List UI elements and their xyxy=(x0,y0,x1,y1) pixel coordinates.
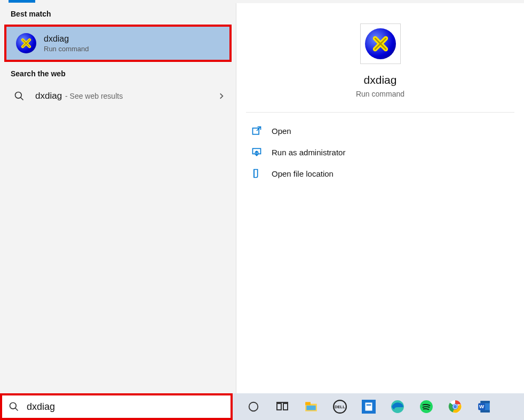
preview-subtitle: Run command xyxy=(356,90,404,98)
svg-rect-9 xyxy=(277,403,281,410)
taskbar-search-box[interactable] xyxy=(0,393,233,420)
dell-icon[interactable]: DELL xyxy=(332,399,348,415)
word-icon[interactable]: W xyxy=(476,399,492,415)
search-icon xyxy=(9,401,19,412)
taskbar: DELL xyxy=(0,393,524,420)
svg-rect-14 xyxy=(306,406,315,410)
edge-icon[interactable] xyxy=(390,399,406,415)
admin-label: Run as administrator xyxy=(272,148,345,157)
svg-rect-18 xyxy=(366,402,372,410)
web-result-suffix: - See web results xyxy=(63,92,123,100)
svg-point-8 xyxy=(249,402,258,411)
preview-icon xyxy=(360,23,401,64)
dxdiag-icon xyxy=(16,33,36,53)
best-match-header: Best match xyxy=(0,3,236,23)
search-results-panel: Best match dxdiag Run command Search the… xyxy=(0,3,236,397)
svg-rect-28 xyxy=(481,410,490,413)
preview-panel: dxdiag Run command Open Run as administr… xyxy=(236,3,524,397)
open-label: Open xyxy=(272,126,291,136)
task-view-icon[interactable] xyxy=(274,399,290,415)
search-input[interactable] xyxy=(27,401,224,413)
best-match-result[interactable]: dxdiag Run command xyxy=(4,25,232,62)
active-tab-indicator xyxy=(9,0,35,3)
file-explorer-icon[interactable] xyxy=(303,399,319,415)
result-title: dxdiag xyxy=(44,34,89,44)
svg-line-1 xyxy=(21,98,23,100)
spotify-icon[interactable] xyxy=(418,399,434,415)
search-web-header: Search the web xyxy=(0,63,236,83)
svg-point-0 xyxy=(15,92,22,99)
open-action[interactable]: Open xyxy=(246,120,514,141)
svg-rect-27 xyxy=(481,401,490,403)
location-label: Open file location xyxy=(272,169,334,178)
app-blue-icon[interactable] xyxy=(361,399,377,415)
svg-rect-10 xyxy=(283,403,288,410)
svg-text:W: W xyxy=(479,403,485,409)
open-file-location-action[interactable]: Open file location xyxy=(246,163,514,184)
svg-point-25 xyxy=(454,405,457,409)
preview-title: dxdiag xyxy=(364,74,397,86)
admin-shield-icon xyxy=(251,147,262,157)
chevron-right-icon xyxy=(218,92,225,100)
folder-icon xyxy=(251,168,262,179)
cortana-icon[interactable] xyxy=(245,399,261,415)
result-subtitle: Run command xyxy=(44,45,89,53)
search-icon xyxy=(14,91,25,101)
svg-rect-13 xyxy=(305,402,311,405)
svg-line-7 xyxy=(15,408,18,411)
open-icon xyxy=(251,125,262,136)
svg-rect-19 xyxy=(367,405,371,406)
run-as-admin-action[interactable]: Run as administrator xyxy=(246,141,514,163)
web-result-title: dxdiag xyxy=(35,91,62,101)
web-search-result[interactable]: dxdiag - See web results xyxy=(0,83,236,109)
chrome-icon[interactable] xyxy=(447,399,463,415)
svg-point-6 xyxy=(10,403,17,409)
svg-text:DELL: DELL xyxy=(335,405,345,409)
